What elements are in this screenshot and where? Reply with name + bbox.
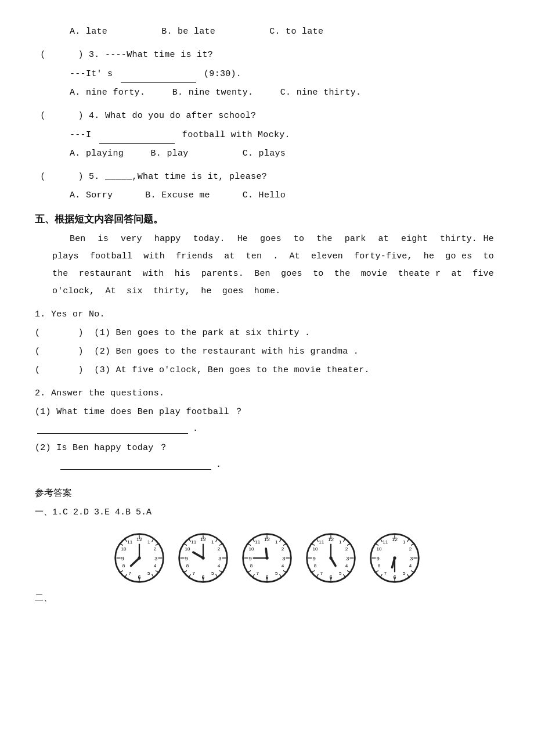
svg-text:9: 9 bbox=[313, 556, 316, 561]
svg-text:11: 11 bbox=[127, 539, 132, 545]
svg-text:10: 10 bbox=[313, 546, 318, 552]
svg-text:1: 1 bbox=[339, 539, 342, 545]
svg-text:6: 6 bbox=[138, 574, 140, 580]
svg-text:9: 9 bbox=[249, 556, 252, 561]
q5-paren-open: ( bbox=[35, 172, 46, 182]
q4-hint: football with Mocky. bbox=[182, 130, 290, 140]
svg-text:6: 6 bbox=[265, 574, 268, 580]
svg-text:8: 8 bbox=[250, 563, 253, 568]
svg-text:12: 12 bbox=[392, 537, 398, 542]
passage-section: Ben is very happy today. He goes to the … bbox=[35, 231, 499, 300]
aq1-question: (1) What time does Ben play football ？ bbox=[35, 404, 499, 421]
q3-blank bbox=[121, 65, 196, 83]
aq2-answer-blank bbox=[60, 459, 211, 470]
q5-option-a: A. Sorry bbox=[70, 190, 113, 200]
section-5-title: 五、根据短文内容回答问题。 bbox=[35, 213, 499, 226]
q3-option-b: B. nine twenty. bbox=[172, 88, 254, 98]
svg-text:2: 2 bbox=[409, 546, 412, 552]
yn2-paren-close: ) bbox=[78, 347, 83, 357]
svg-text:9: 9 bbox=[121, 556, 124, 561]
q4-option-a: A. playing bbox=[70, 149, 124, 159]
svg-text:2: 2 bbox=[345, 546, 348, 552]
question-3: ( ) 3. ----What time is it? ---It' s (9:… bbox=[35, 46, 499, 102]
svg-text:5: 5 bbox=[147, 571, 150, 576]
svg-point-55 bbox=[201, 556, 204, 559]
yn3-text: (3) At five o'clock, Ben goes to the mov… bbox=[89, 365, 370, 375]
svg-text:8: 8 bbox=[314, 563, 317, 568]
svg-text:3: 3 bbox=[346, 556, 349, 561]
yn3-paren-open: ( bbox=[35, 365, 40, 375]
svg-text:2: 2 bbox=[282, 546, 284, 552]
q4-paren-close: ) bbox=[78, 111, 83, 121]
aq1-answer-blank bbox=[37, 423, 188, 434]
q3-option-a: A. nine forty. bbox=[70, 88, 145, 98]
svg-text:12: 12 bbox=[200, 537, 206, 542]
q4-paren-open: ( bbox=[35, 111, 46, 121]
yn3-paren-close: ) bbox=[78, 365, 83, 375]
svg-text:1: 1 bbox=[403, 539, 406, 545]
clock-4-svg: 12 3 6 9 1 2 4 5 7 8 10 11 bbox=[305, 532, 357, 584]
svg-text:4: 4 bbox=[282, 563, 284, 568]
yn1-text: (1) Ben goes to the park at six thirty . bbox=[89, 328, 310, 338]
yes-no-item-1: ( ) (1) Ben goes to the park at six thir… bbox=[35, 325, 499, 342]
q3-number: 3. ----What time is it? bbox=[89, 50, 213, 60]
aq2-question: (2) Is Ben happy today ？ bbox=[35, 440, 499, 457]
yn2-text: (2) Ben goes to the restaurant with his … bbox=[89, 347, 359, 357]
svg-text:10: 10 bbox=[121, 546, 127, 552]
svg-text:3: 3 bbox=[154, 556, 157, 561]
q5-number: 5. _____,What time is it, please? bbox=[89, 172, 267, 182]
svg-text:1: 1 bbox=[147, 539, 150, 545]
aq1-answer-row: . bbox=[35, 423, 499, 434]
svg-text:7: 7 bbox=[193, 571, 196, 576]
question-4: ( ) 4. What do you do after school? ---I… bbox=[35, 107, 499, 163]
option-b-late: B. be late bbox=[161, 27, 215, 37]
svg-text:1: 1 bbox=[211, 539, 214, 545]
yes-no-section: 1. Yes or No. ( ) (1) Ben goes to the pa… bbox=[35, 306, 499, 379]
aq1-text: (1) What time does Ben play football ？ bbox=[35, 407, 243, 417]
ref-section-2-label: 二、 bbox=[35, 593, 52, 603]
q3-answer-prompt: ---It' s bbox=[70, 69, 113, 79]
yn1-paren-open: ( bbox=[35, 328, 40, 338]
svg-text:6: 6 bbox=[329, 574, 332, 580]
svg-text:10: 10 bbox=[249, 546, 254, 552]
q4-option-b: B. play bbox=[151, 149, 189, 159]
clocks-section: 12 3 6 9 1 2 4 5 7 8 10 11 bbox=[35, 532, 499, 584]
aq1-dot: . bbox=[193, 424, 198, 434]
svg-text:10: 10 bbox=[185, 546, 190, 552]
svg-text:11: 11 bbox=[383, 539, 388, 545]
svg-point-139 bbox=[393, 556, 396, 559]
q4-blank bbox=[99, 126, 175, 144]
svg-point-111 bbox=[329, 556, 332, 559]
ref-answers-title: 参考答案 bbox=[35, 487, 499, 499]
clock-5: 12 3 6 9 1 2 4 5 7 8 10 11 bbox=[369, 532, 421, 584]
svg-text:7: 7 bbox=[320, 571, 323, 576]
yn2-paren-open: ( bbox=[35, 347, 40, 357]
svg-text:4: 4 bbox=[409, 563, 412, 568]
svg-text:6: 6 bbox=[201, 574, 204, 580]
svg-text:7: 7 bbox=[257, 571, 259, 576]
aq2-answer-row: . bbox=[58, 459, 499, 470]
answer-qs-label: 2. Answer the questions. bbox=[35, 385, 499, 402]
svg-text:3: 3 bbox=[410, 556, 413, 561]
clock-3-svg: 12 3 6 9 1 2 4 5 7 8 10 11 bbox=[241, 532, 293, 584]
clock-4: 12 3 6 9 1 2 4 5 7 8 10 11 bbox=[305, 532, 357, 584]
yes-no-item-2: ( ) (2) Ben goes to the restaurant with … bbox=[35, 343, 499, 361]
svg-text:5: 5 bbox=[211, 571, 214, 576]
answer-questions-section: 2. Answer the questions. (1) What time d… bbox=[35, 385, 499, 470]
svg-text:12: 12 bbox=[264, 537, 270, 542]
q5-option-b: B. Excuse me bbox=[145, 190, 210, 200]
aq2-text: (2) Is Ben happy today ？ bbox=[35, 443, 168, 453]
svg-text:10: 10 bbox=[377, 546, 382, 552]
svg-text:4: 4 bbox=[345, 563, 348, 568]
ref-line1: 一、1.C 2.D 3.E 4.B 5.A bbox=[35, 504, 499, 521]
yes-no-item-3: ( ) (3) At five o'clock, Ben goes to the… bbox=[35, 362, 499, 379]
svg-text:9: 9 bbox=[377, 556, 380, 561]
svg-text:7: 7 bbox=[129, 571, 132, 576]
option-c-late: C. to late bbox=[269, 27, 323, 37]
q3-option-c: C. nine thirty. bbox=[280, 88, 362, 98]
svg-text:2: 2 bbox=[218, 546, 221, 552]
svg-text:9: 9 bbox=[185, 556, 188, 561]
clock-5-svg: 12 3 6 9 1 2 4 5 7 8 10 11 bbox=[369, 532, 421, 584]
svg-text:3: 3 bbox=[282, 556, 285, 561]
svg-text:5: 5 bbox=[339, 571, 342, 576]
